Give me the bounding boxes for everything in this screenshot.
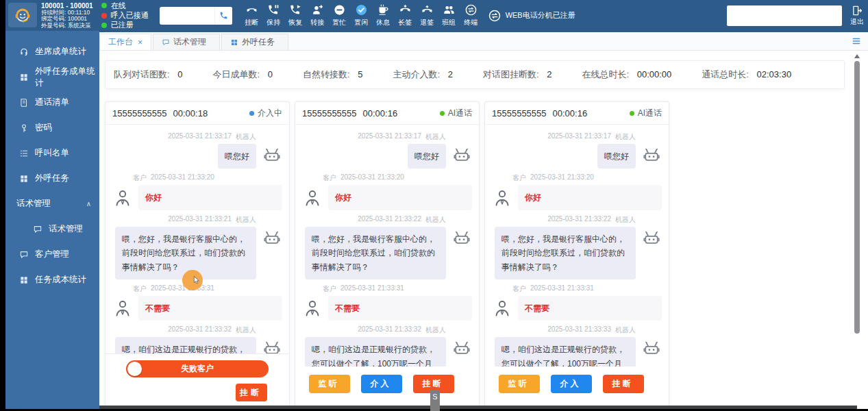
call-timer: 00:00:16 [553,108,588,119]
phone-icon [219,10,228,21]
message-meta: 2025-03-31 21:33:17 机器人 [492,132,636,142]
scroll-up-arrow[interactable] [854,54,860,58]
tab-close-icon[interactable]: × [138,38,142,47]
toolbar-action[interactable]: 休息 [373,3,393,27]
sidebar-item-icon [19,149,29,158]
status-indicator: 呼入已接通 [101,11,149,20]
message-bubble: 你好 [328,185,472,210]
sidebar-item-label: 通话清单 [35,97,69,108]
toolbar-action[interactable]: 挂断 [242,3,262,27]
sidebar: 坐席成单统计 外呼任务成单统计 通话清单 [5,31,99,409]
status-dot [101,23,107,28]
stat-value: 0 [268,69,273,79]
call-status-label: 介入中 [258,108,282,119]
vertical-scrollbar[interactable] [854,54,860,402]
call-status-badge: AI通话 [440,108,472,119]
stat-value: 2 [547,69,551,79]
toolbar-action[interactable]: 恢复 [286,3,306,27]
sidebar-item-label: 呼叫名单 [35,147,69,159]
chat-message: 2025-03-31 21:33:33 机器人 嗯，咱们这边是正规银行的贷款，您… [492,323,662,366]
toolbar-action[interactable]: 班组 [439,3,459,27]
chevron-up-icon: ∧ [86,200,91,208]
message-meta: 2025-03-31 21:33:17 机器人 [112,132,256,142]
toolbar-action[interactable]: 保持 [264,3,284,27]
call-panel: 15555555555 00:00:16 AI通话 [295,101,480,408]
call-panel: 15555555555 00:00:16 AI通话 [484,101,669,408]
panel-action-button[interactable]: 挂断 [603,375,644,393]
stat-label: 自然转接数: [303,69,350,79]
toolbar-action-label: 转接 [310,18,324,27]
toolbar-action[interactable]: 置闲 [351,3,371,27]
status-label: 在线 [111,1,126,10]
tab[interactable]: 话术管理 [153,34,220,50]
toolbar-action-icon [355,3,368,16]
toolbar-action[interactable]: 退签 [417,3,437,27]
message-row: 不需要 [112,296,282,321]
panel-action-button[interactable]: 监听 [499,375,540,393]
sidebar-item[interactable]: 话术管理 ∧ [5,191,99,216]
dial-call-button[interactable] [214,7,232,25]
stat-item: 自然转接数: 5 [303,68,362,81]
message-sender: 机器人 [236,325,256,335]
caller-phone: 15555555555 [302,108,357,119]
stat-item: 对话图挂断数: 2 [483,68,551,81]
toolbar-action[interactable]: 转接 [308,3,327,27]
stat-label: 对话图挂断数: [483,69,539,79]
chat-messages: 2025-03-31 21:33:17 机器人 喂您好 [106,125,289,353]
message-sender: 机器人 [425,215,446,225]
toolbar-action-label: 长签 [398,18,412,27]
toolbar-action[interactable]: 长签 [395,3,415,27]
toggle-knob[interactable] [127,362,142,376]
message-sender: 机器人 [236,215,256,225]
tab-menu-icon[interactable] [852,36,861,46]
message-meta: 2025-03-31 21:33:20 客户 [323,173,472,183]
toolbar-action-icon [333,3,346,16]
tab[interactable]: 外呼任务 [221,34,288,50]
logout-button[interactable]: 退出 [850,5,864,27]
sidebar-item[interactable]: 呼叫名单 [5,140,99,166]
toolbar-action[interactable]: 置忙 [330,3,349,27]
panel-action-button[interactable]: 介入 [361,375,402,393]
toolbar-action-icon [289,3,302,16]
sidebar-item[interactable]: 外呼任务 [5,166,99,191]
call-timer: 00:00:16 [363,108,398,119]
toolbar-action-icon [377,3,390,16]
toolbar-action-icon [267,3,280,16]
sidebar-item[interactable]: 坐席成单统计 [5,39,99,64]
status-dot [249,111,254,116]
sidebar-item[interactable]: 任务成本统计 [5,267,99,292]
message-row: 喂，您好，我是银行客服中心的，前段时间给您联系过，咱们贷款的事情解决了吗？ [302,227,472,279]
call-panels: 15555555555 00:00:18 介入中 [105,101,845,408]
sidebar-item-icon [19,47,29,57]
agent-display-number: 外显号码: 系统决策 [41,23,93,29]
call-toolbar: 挂断 保持 恢复 转接 [242,3,481,27]
status-indicator: 在线 [101,1,149,10]
fail-customer-label: 失败客户 [181,363,214,375]
message-sender: 客户 [323,284,336,294]
message-time: 2025-03-31 21:33:21 [168,215,232,225]
sidebar-item[interactable]: 话术管理 [5,216,99,242]
panel-action-button[interactable]: 监听 [309,375,350,393]
tab-label: 外呼任务 [242,36,275,48]
avatar-icon [451,228,472,249]
panel-footer-buttons: 监听 介入 挂断 [295,366,479,407]
toolbar-action-icon [443,3,456,16]
fail-customer-toggle[interactable]: 失败客户 [126,360,269,377]
toolbar-action[interactable]: 终端 [461,3,481,27]
hangup-button[interactable]: 挂断 [236,384,267,401]
sidebar-item[interactable]: 密码 [5,115,99,140]
scrollbar-thumb[interactable] [854,61,860,334]
dial-input[interactable] [160,12,214,20]
chat-message: 2025-03-31 21:33:21 机器人 喂，您好，我是银行客服中心的，前… [112,213,282,279]
message-sender: 客户 [512,173,526,183]
horizontal-scrollbar[interactable] [99,406,857,409]
panel-action-button[interactable]: 介入 [551,375,592,393]
sidebar-item[interactable]: 客户管理 [5,242,99,267]
call-status-label: AI通话 [638,108,662,119]
avatar-icon [302,298,323,319]
sidebar-item[interactable]: 外呼任务成单统计 [5,64,99,90]
chat-message: 2025-03-31 21:33:20 客户 你好 [492,171,662,210]
web-extension-status: WEB电话分机已注册 [488,9,575,23]
tab[interactable]: 工作台 × [99,34,151,50]
sidebar-item[interactable]: 通话清单 [5,90,99,115]
